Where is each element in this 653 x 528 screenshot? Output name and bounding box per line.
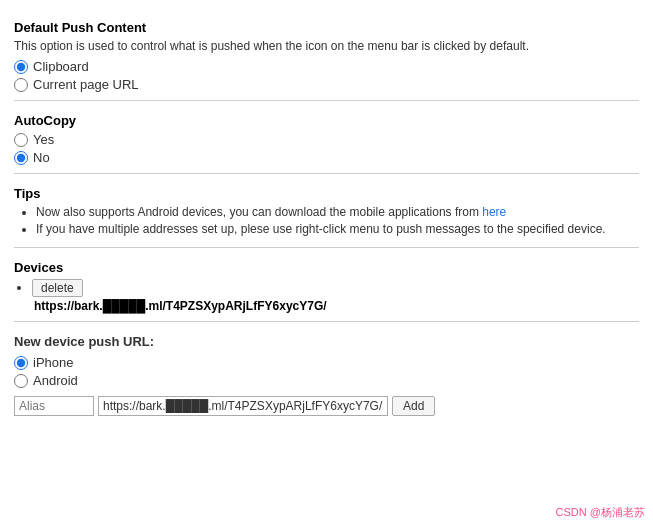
clipboard-option[interactable]: Clipboard bbox=[14, 59, 639, 74]
device-list-item: delete https://bark.█████.ml/T4PZSXypARj… bbox=[32, 279, 639, 313]
url-input[interactable] bbox=[98, 396, 388, 416]
watermark: CSDN @杨浦老苏 bbox=[556, 505, 645, 520]
current-page-url-radio[interactable] bbox=[14, 78, 28, 92]
iphone-radio[interactable] bbox=[14, 356, 28, 370]
default-push-content-desc: This option is used to control what is p… bbox=[14, 39, 639, 53]
autocopy-yes-label: Yes bbox=[33, 132, 54, 147]
clipboard-radio[interactable] bbox=[14, 60, 28, 74]
tips-item-android: Now also supports Android devices, you c… bbox=[36, 205, 639, 219]
devices-title: Devices bbox=[14, 260, 639, 275]
iphone-label: iPhone bbox=[33, 355, 73, 370]
tips-item-multiaddress: If you have multiple addresses set up, p… bbox=[36, 222, 639, 236]
device-url: https://bark.█████.ml/T4PZSXypARjLfFY6xy… bbox=[34, 299, 639, 313]
new-device-inputs: Add bbox=[14, 396, 639, 416]
default-push-content-title: Default Push Content bbox=[14, 20, 639, 35]
clipboard-label: Clipboard bbox=[33, 59, 89, 74]
tips-title: Tips bbox=[14, 186, 639, 201]
delete-button[interactable]: delete bbox=[32, 279, 83, 297]
tips-multiaddress-text: If you have multiple addresses set up, p… bbox=[36, 222, 606, 236]
current-page-url-option[interactable]: Current page URL bbox=[14, 77, 639, 92]
new-device-title: New device push URL: bbox=[14, 334, 639, 349]
new-device-section: New device push URL: iPhone Android Add bbox=[14, 324, 639, 426]
autocopy-section: AutoCopy Yes No bbox=[14, 103, 639, 174]
android-label: Android bbox=[33, 373, 78, 388]
tips-here-link[interactable]: here bbox=[482, 205, 506, 219]
new-device-type-options: iPhone Android bbox=[14, 355, 639, 388]
autocopy-options: Yes No bbox=[14, 132, 639, 165]
tips-list: Now also supports Android devices, you c… bbox=[14, 205, 639, 236]
tips-android-text: Now also supports Android devices, you c… bbox=[36, 205, 482, 219]
default-push-content-section: Default Push Content This option is used… bbox=[14, 10, 639, 101]
android-option[interactable]: Android bbox=[14, 373, 639, 388]
devices-section: Devices delete https://bark.█████.ml/T4P… bbox=[14, 250, 639, 322]
devices-list: delete https://bark.█████.ml/T4PZSXypARj… bbox=[14, 279, 639, 313]
autocopy-yes-option[interactable]: Yes bbox=[14, 132, 639, 147]
current-page-url-label: Current page URL bbox=[33, 77, 139, 92]
autocopy-no-label: No bbox=[33, 150, 50, 165]
iphone-option[interactable]: iPhone bbox=[14, 355, 639, 370]
tips-section: Tips Now also supports Android devices, … bbox=[14, 176, 639, 248]
android-radio[interactable] bbox=[14, 374, 28, 388]
add-button[interactable]: Add bbox=[392, 396, 435, 416]
autocopy-yes-radio[interactable] bbox=[14, 133, 28, 147]
device-item: delete https://bark.█████.ml/T4PZSXypARj… bbox=[32, 279, 639, 313]
autocopy-no-radio[interactable] bbox=[14, 151, 28, 165]
default-push-content-options: Clipboard Current page URL bbox=[14, 59, 639, 92]
alias-input[interactable] bbox=[14, 396, 94, 416]
autocopy-title: AutoCopy bbox=[14, 113, 639, 128]
autocopy-no-option[interactable]: No bbox=[14, 150, 639, 165]
